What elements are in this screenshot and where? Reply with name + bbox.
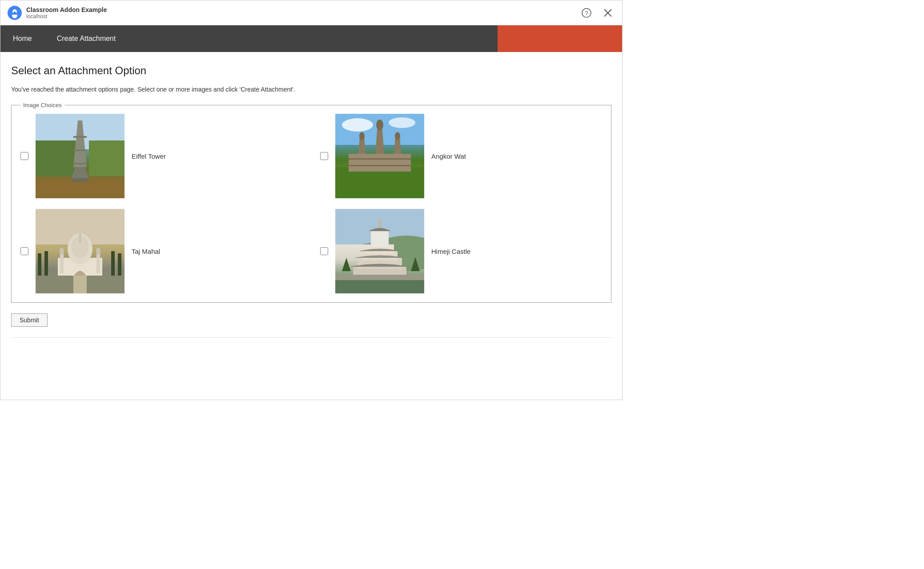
svg-rect-16: [73, 163, 87, 164]
svg-rect-45: [73, 276, 87, 293]
main-content: Select an Attachment Option You've reach…: [0, 52, 622, 349]
image-item-eiffel: Eiffel Tower: [20, 114, 302, 198]
title-bar: Classroom Addon Example localhost ?: [0, 0, 622, 25]
checkbox-tajmahal[interactable]: [20, 247, 28, 255]
svg-point-18: [342, 118, 373, 132]
svg-rect-13: [72, 178, 88, 182]
label-himeji[interactable]: Himeji Castle: [431, 248, 470, 255]
svg-rect-35: [111, 251, 115, 276]
image-item-angkor: Angkor Wat: [320, 114, 602, 198]
thumbnail-eiffel: [36, 114, 125, 198]
title-bar-left: Classroom Addon Example localhost: [8, 6, 107, 20]
submit-button[interactable]: Submit: [11, 313, 48, 327]
svg-text:?: ?: [585, 10, 588, 16]
svg-rect-30: [349, 165, 411, 166]
image-choices-legend: Image Choices: [20, 102, 64, 108]
nav-accent-block: [498, 25, 622, 52]
svg-rect-34: [44, 251, 48, 276]
svg-point-44: [96, 248, 100, 255]
app-title: Classroom Addon Example: [26, 6, 107, 13]
svg-rect-56: [335, 278, 424, 293]
title-text: Classroom Addon Example localhost: [26, 6, 107, 20]
checkbox-himeji[interactable]: [320, 247, 328, 255]
checkbox-angkor[interactable]: [320, 152, 328, 160]
app-icon: [8, 6, 22, 20]
svg-rect-9: [89, 140, 125, 176]
thumbnail-angkor: [335, 114, 424, 198]
thumbnail-himeji: [335, 209, 424, 293]
app-url: localhost: [26, 13, 107, 20]
image-choices-fieldset: Image Choices: [11, 102, 611, 303]
svg-point-28: [395, 132, 400, 140]
nav-bar: Home Create Attachment: [0, 25, 622, 52]
svg-point-2: [13, 12, 16, 14]
image-item-tajmahal: Taj Mahal: [20, 209, 302, 293]
svg-rect-33: [38, 253, 41, 276]
svg-point-42: [60, 248, 64, 255]
svg-rect-21: [335, 167, 424, 198]
image-item-himeji: Himeji Castle: [320, 209, 602, 293]
image-grid: Eiffel Tower: [20, 114, 602, 293]
label-angkor[interactable]: Angkor Wat: [431, 152, 466, 160]
svg-rect-15: [73, 149, 87, 151]
title-bar-right: ?: [579, 6, 615, 20]
svg-rect-22: [349, 154, 411, 172]
bottom-divider: [11, 337, 611, 338]
nav-spacer: [128, 25, 498, 52]
page-description: You've reached the attachment options pa…: [11, 86, 611, 93]
svg-point-24: [376, 120, 383, 130]
thumbnail-tajmahal: [36, 209, 125, 293]
checkbox-eiffel[interactable]: [20, 152, 28, 160]
help-button[interactable]: ?: [579, 6, 594, 20]
svg-rect-36: [118, 253, 121, 276]
svg-rect-29: [349, 158, 411, 160]
label-tajmahal[interactable]: Taj Mahal: [132, 248, 160, 255]
svg-rect-57: [335, 275, 424, 280]
label-eiffel[interactable]: Eiffel Tower: [132, 152, 166, 160]
svg-rect-8: [36, 140, 76, 176]
svg-rect-14: [73, 136, 87, 138]
svg-rect-52: [371, 231, 389, 247]
svg-point-26: [359, 132, 365, 140]
svg-rect-10: [36, 180, 125, 198]
nav-create-attachment[interactable]: Create Attachment: [44, 25, 129, 52]
svg-marker-54: [342, 258, 351, 271]
close-button[interactable]: [601, 6, 615, 20]
svg-rect-40: [79, 233, 81, 242]
page-heading: Select an Attachment Option: [11, 64, 611, 77]
nav-home[interactable]: Home: [0, 25, 44, 52]
svg-point-19: [389, 117, 415, 128]
